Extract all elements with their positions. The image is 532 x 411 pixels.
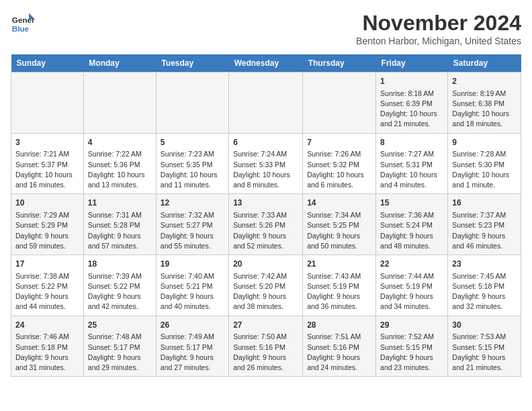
calendar-cell: 21Sunrise: 7:43 AM Sunset: 5:19 PM Dayli… (303, 255, 376, 316)
day-info: Sunrise: 7:53 AM Sunset: 5:15 PM Dayligh… (452, 332, 517, 373)
day-number: 21 (307, 259, 371, 270)
day-info: Sunrise: 7:21 AM Sunset: 5:37 PM Dayligh… (15, 149, 79, 190)
day-number: 16 (452, 197, 517, 209)
day-number: 30 (452, 320, 517, 331)
day-number: 15 (380, 197, 443, 209)
day-number: 28 (307, 320, 371, 331)
calendar-cell: 12Sunrise: 7:32 AM Sunset: 5:27 PM Dayli… (156, 194, 228, 255)
logo: General Blue (11, 11, 35, 35)
day-info: Sunrise: 7:42 AM Sunset: 5:20 PM Dayligh… (233, 271, 298, 312)
calendar-header-row: SundayMondayTuesdayWednesdayThursdayFrid… (11, 54, 521, 73)
day-info: Sunrise: 7:39 AM Sunset: 5:22 PM Dayligh… (88, 271, 152, 312)
day-number: 20 (233, 259, 298, 270)
day-number: 2 (452, 76, 517, 87)
calendar-cell: 13Sunrise: 7:33 AM Sunset: 5:26 PM Dayli… (229, 194, 303, 255)
day-number: 9 (452, 137, 517, 148)
day-number: 26 (161, 320, 224, 331)
day-number: 12 (161, 197, 224, 209)
title-block: November 2024 Benton Harbor, Michigan, U… (356, 11, 521, 46)
day-info: Sunrise: 7:46 AM Sunset: 5:18 PM Dayligh… (15, 332, 79, 373)
day-info: Sunrise: 7:43 AM Sunset: 5:19 PM Dayligh… (307, 271, 371, 312)
calendar-cell: 5Sunrise: 7:23 AM Sunset: 5:35 PM Daylig… (156, 133, 228, 194)
calendar-cell: 17Sunrise: 7:38 AM Sunset: 5:22 PM Dayli… (11, 255, 84, 316)
calendar-cell: 14Sunrise: 7:34 AM Sunset: 5:25 PM Dayli… (303, 194, 376, 255)
calendar-cell: 30Sunrise: 7:53 AM Sunset: 5:15 PM Dayli… (448, 316, 521, 377)
calendar-cell (229, 73, 303, 134)
day-number: 24 (15, 320, 79, 331)
day-info: Sunrise: 8:18 AM Sunset: 6:39 PM Dayligh… (380, 89, 443, 130)
day-info: Sunrise: 7:51 AM Sunset: 5:16 PM Dayligh… (307, 332, 371, 373)
calendar-title: November 2024 (356, 11, 521, 36)
calendar-cell: 23Sunrise: 7:45 AM Sunset: 5:18 PM Dayli… (448, 255, 521, 316)
day-info: Sunrise: 7:29 AM Sunset: 5:29 PM Dayligh… (15, 210, 79, 251)
calendar-cell (11, 73, 84, 134)
day-number: 13 (233, 197, 298, 209)
day-info: Sunrise: 7:24 AM Sunset: 5:33 PM Dayligh… (233, 149, 298, 190)
calendar-cell: 18Sunrise: 7:39 AM Sunset: 5:22 PM Dayli… (83, 255, 156, 316)
header-day-thursday: Thursday (303, 54, 376, 73)
calendar-cell: 15Sunrise: 7:36 AM Sunset: 5:24 PM Dayli… (376, 194, 448, 255)
day-number: 4 (88, 137, 152, 148)
calendar-cell: 25Sunrise: 7:48 AM Sunset: 5:17 PM Dayli… (83, 316, 156, 377)
calendar-cell (83, 73, 156, 134)
calendar-cell: 29Sunrise: 7:52 AM Sunset: 5:15 PM Dayli… (376, 316, 448, 377)
day-number: 6 (233, 137, 298, 148)
day-number: 27 (233, 320, 298, 331)
day-info: Sunrise: 7:49 AM Sunset: 5:17 PM Dayligh… (161, 332, 224, 373)
day-number: 11 (88, 197, 152, 209)
calendar-week-2: 3Sunrise: 7:21 AM Sunset: 5:37 PM Daylig… (11, 133, 521, 194)
calendar-week-1: 1Sunrise: 8:18 AM Sunset: 6:39 PM Daylig… (11, 73, 521, 134)
calendar-cell: 16Sunrise: 7:37 AM Sunset: 5:23 PM Dayli… (448, 194, 521, 255)
day-number: 8 (380, 137, 443, 148)
header: General Blue November 2024 Benton Harbor… (11, 11, 521, 46)
day-info: Sunrise: 7:52 AM Sunset: 5:15 PM Dayligh… (380, 332, 443, 373)
header-day-friday: Friday (376, 54, 448, 73)
calendar-cell: 9Sunrise: 7:28 AM Sunset: 5:30 PM Daylig… (448, 133, 521, 194)
calendar-cell: 2Sunrise: 8:19 AM Sunset: 6:38 PM Daylig… (448, 73, 521, 134)
day-info: Sunrise: 7:32 AM Sunset: 5:27 PM Dayligh… (161, 210, 224, 251)
calendar-cell: 10Sunrise: 7:29 AM Sunset: 5:29 PM Dayli… (11, 194, 84, 255)
logo-icon: General Blue (11, 11, 35, 35)
calendar-cell: 24Sunrise: 7:46 AM Sunset: 5:18 PM Dayli… (11, 316, 84, 377)
day-number: 7 (307, 137, 371, 148)
day-info: Sunrise: 7:36 AM Sunset: 5:24 PM Dayligh… (380, 210, 443, 251)
day-info: Sunrise: 7:34 AM Sunset: 5:25 PM Dayligh… (307, 210, 371, 251)
calendar-subtitle: Benton Harbor, Michigan, United States (356, 36, 521, 46)
calendar-cell: 1Sunrise: 8:18 AM Sunset: 6:39 PM Daylig… (376, 73, 448, 134)
calendar-cell: 27Sunrise: 7:50 AM Sunset: 5:16 PM Dayli… (229, 316, 303, 377)
svg-text:Blue: Blue (12, 24, 30, 33)
calendar-cell (303, 73, 376, 134)
day-number: 3 (15, 137, 79, 148)
header-day-tuesday: Tuesday (156, 54, 228, 73)
day-info: Sunrise: 7:38 AM Sunset: 5:22 PM Dayligh… (15, 271, 79, 312)
day-info: Sunrise: 7:45 AM Sunset: 5:18 PM Dayligh… (452, 271, 517, 312)
day-info: Sunrise: 7:27 AM Sunset: 5:31 PM Dayligh… (380, 149, 443, 190)
day-info: Sunrise: 7:23 AM Sunset: 5:35 PM Dayligh… (161, 149, 224, 190)
header-day-monday: Monday (83, 54, 156, 73)
calendar-cell: 11Sunrise: 7:31 AM Sunset: 5:28 PM Dayli… (83, 194, 156, 255)
header-day-wednesday: Wednesday (229, 54, 303, 73)
day-info: Sunrise: 7:26 AM Sunset: 5:32 PM Dayligh… (307, 149, 371, 190)
day-number: 25 (88, 320, 152, 331)
day-info: Sunrise: 8:19 AM Sunset: 6:38 PM Dayligh… (452, 89, 517, 130)
calendar-cell: 20Sunrise: 7:42 AM Sunset: 5:20 PM Dayli… (229, 255, 303, 316)
day-info: Sunrise: 7:44 AM Sunset: 5:19 PM Dayligh… (380, 271, 443, 312)
header-day-sunday: Sunday (11, 54, 84, 73)
calendar-cell: 6Sunrise: 7:24 AM Sunset: 5:33 PM Daylig… (229, 133, 303, 194)
day-number: 14 (307, 197, 371, 209)
day-number: 22 (380, 259, 443, 270)
day-number: 10 (15, 197, 79, 209)
day-info: Sunrise: 7:40 AM Sunset: 5:21 PM Dayligh… (161, 271, 224, 312)
day-number: 18 (88, 259, 152, 270)
day-number: 1 (380, 76, 443, 87)
day-info: Sunrise: 7:28 AM Sunset: 5:30 PM Dayligh… (452, 149, 517, 190)
day-info: Sunrise: 7:22 AM Sunset: 5:36 PM Dayligh… (88, 149, 152, 190)
calendar-cell: 28Sunrise: 7:51 AM Sunset: 5:16 PM Dayli… (303, 316, 376, 377)
calendar-cell: 8Sunrise: 7:27 AM Sunset: 5:31 PM Daylig… (376, 133, 448, 194)
calendar-cell: 22Sunrise: 7:44 AM Sunset: 5:19 PM Dayli… (376, 255, 448, 316)
calendar-cell: 3Sunrise: 7:21 AM Sunset: 5:37 PM Daylig… (11, 133, 84, 194)
calendar-cell: 4Sunrise: 7:22 AM Sunset: 5:36 PM Daylig… (83, 133, 156, 194)
calendar-cell: 19Sunrise: 7:40 AM Sunset: 5:21 PM Dayli… (156, 255, 228, 316)
calendar-table: SundayMondayTuesdayWednesdayThursdayFrid… (11, 54, 521, 377)
calendar-cell (156, 73, 228, 134)
